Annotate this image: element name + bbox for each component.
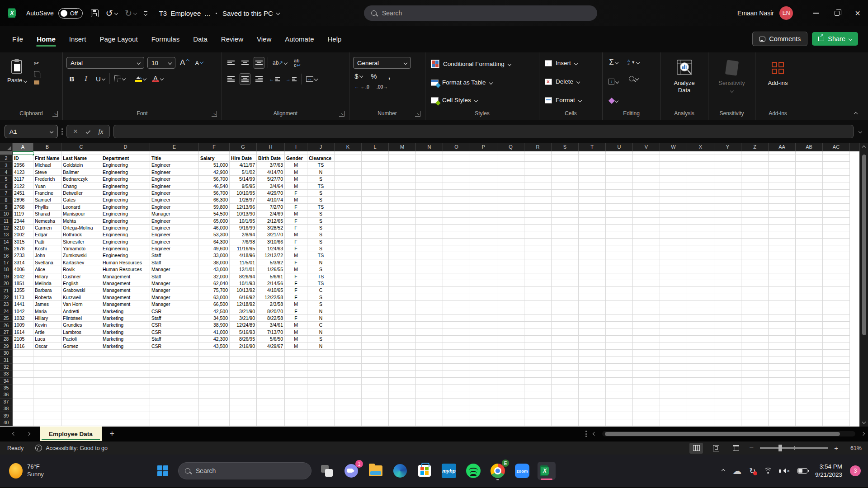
cell-T3[interactable] (579, 162, 606, 169)
cell-C10[interactable]: Manispour (61, 211, 101, 217)
cell-K33[interactable] (335, 371, 362, 377)
cell-P21[interactable] (470, 287, 497, 294)
row-header-15[interactable]: 15 (0, 245, 13, 252)
zoom-in-button[interactable]: + (834, 444, 838, 452)
cell-B27[interactable]: Artie (33, 329, 61, 336)
excel-app-icon[interactable]: X (8, 7, 20, 19)
cell-N12[interactable] (416, 225, 443, 231)
cell-AA1[interactable] (769, 151, 796, 155)
cell-Q40[interactable] (497, 419, 524, 426)
cell-V8[interactable] (633, 197, 660, 203)
cell-Y33[interactable] (714, 371, 741, 377)
cell-G31[interactable] (230, 357, 257, 363)
cell-J34[interactable] (307, 378, 335, 385)
cell-M3[interactable] (389, 162, 416, 169)
cell-D16[interactable]: Engineering (101, 252, 150, 259)
cell-F8[interactable]: 66,300 (199, 197, 230, 203)
cell-G19[interactable]: 8/26/94 (230, 273, 257, 280)
cell-Y5[interactable] (714, 176, 741, 183)
cell-AB18[interactable] (796, 266, 823, 273)
cell-R25[interactable] (524, 315, 552, 322)
cell-V39[interactable] (633, 412, 660, 419)
format-cells-button[interactable]: Format (543, 95, 599, 105)
cell-B29[interactable]: Oscar (33, 343, 61, 350)
cell-E3[interactable]: Engineer (150, 162, 199, 169)
row-header-13[interactable]: 13 (0, 231, 13, 238)
cell-R27[interactable] (524, 329, 552, 336)
cell-F14[interactable]: 64,300 (199, 239, 230, 245)
increase-font-button[interactable]: A (179, 57, 190, 69)
cell-I13[interactable]: M (285, 231, 307, 238)
cell-G4[interactable]: 5/1/02 (230, 169, 257, 176)
cell-P23[interactable] (470, 301, 497, 308)
cell-D34[interactable] (101, 378, 150, 385)
cell-I30[interactable] (285, 350, 307, 357)
cell-AA33[interactable] (769, 371, 796, 377)
cell-V11[interactable] (633, 218, 660, 225)
cell-N6[interactable] (416, 183, 443, 190)
cell-L11[interactable] (362, 218, 389, 225)
cell-L13[interactable] (362, 231, 389, 238)
cell-P29[interactable] (470, 343, 497, 350)
cell-U11[interactable] (606, 218, 633, 225)
insert-function-button[interactable]: fx (95, 128, 107, 136)
column-header-V[interactable]: V (633, 143, 660, 151)
cell-F20[interactable]: 62,040 (199, 280, 230, 287)
autosum-button[interactable]: Σ (607, 58, 620, 67)
cell-A1[interactable] (13, 151, 33, 155)
cell-Q29[interactable] (497, 343, 524, 350)
row-header-21[interactable]: 21 (0, 287, 13, 294)
cell-F37[interactable] (199, 399, 230, 405)
cell-R7[interactable] (524, 190, 552, 197)
cell-C4[interactable]: Ballmer (61, 169, 101, 176)
cell-Y31[interactable] (714, 357, 741, 363)
cell-G23[interactable]: 12/18/92 (230, 301, 257, 308)
cell-L18[interactable] (362, 266, 389, 273)
cell-Y39[interactable] (714, 412, 741, 419)
cell-F40[interactable] (199, 419, 230, 426)
align-right-button[interactable] (254, 73, 264, 85)
cell-W15[interactable] (660, 245, 687, 252)
underline-button[interactable]: U (94, 73, 106, 84)
cell-I12[interactable]: F (285, 225, 307, 231)
cell-Z24[interactable] (741, 308, 769, 315)
cell-P7[interactable] (470, 190, 497, 197)
user-name[interactable]: Emaan Nasir (737, 9, 774, 17)
cell-L29[interactable] (362, 343, 389, 350)
cell-Z40[interactable] (741, 419, 769, 426)
cell-Z34[interactable] (741, 378, 769, 385)
cell-U38[interactable] (606, 405, 633, 412)
cell-U35[interactable] (606, 385, 633, 391)
cell-U33[interactable] (606, 371, 633, 377)
cell-A35[interactable] (13, 385, 33, 391)
cell-F5[interactable]: 56,700 (199, 176, 230, 183)
cell-V12[interactable] (633, 225, 660, 231)
cell-F7[interactable]: 56,700 (199, 190, 230, 197)
cell-F24[interactable]: 42,500 (199, 308, 230, 315)
cell-N31[interactable] (416, 357, 443, 363)
cell-AA39[interactable] (769, 412, 796, 419)
cell-H39[interactable] (257, 412, 285, 419)
cell-AA32[interactable] (769, 364, 796, 371)
cell-AB4[interactable] (796, 169, 823, 176)
cell-H4[interactable]: 4/14/70 (257, 169, 285, 176)
cell-E12[interactable]: Engineer (150, 225, 199, 231)
cell-AB37[interactable] (796, 399, 823, 405)
increase-decimal-button[interactable]: ←←.0 (353, 83, 371, 90)
cell-F32[interactable] (199, 364, 230, 371)
column-header-J[interactable]: J (307, 143, 335, 151)
cell-R1[interactable] (524, 151, 552, 155)
cell-P40[interactable] (470, 419, 497, 426)
cell-M20[interactable] (389, 280, 416, 287)
cell-B17[interactable]: Svetlana (33, 259, 61, 266)
cell-H6[interactable]: 3/4/64 (257, 183, 285, 190)
cell-S13[interactable] (552, 231, 579, 238)
row-header-1[interactable] (0, 151, 13, 155)
cell-F4[interactable]: 42,900 (199, 169, 230, 176)
cell-H20[interactable]: 2/14/56 (257, 280, 285, 287)
cell-P20[interactable] (470, 280, 497, 287)
cell-S6[interactable] (552, 183, 579, 190)
cell-N18[interactable] (416, 266, 443, 273)
cell-D1[interactable] (101, 151, 150, 155)
column-header-Q[interactable]: Q (497, 143, 524, 151)
